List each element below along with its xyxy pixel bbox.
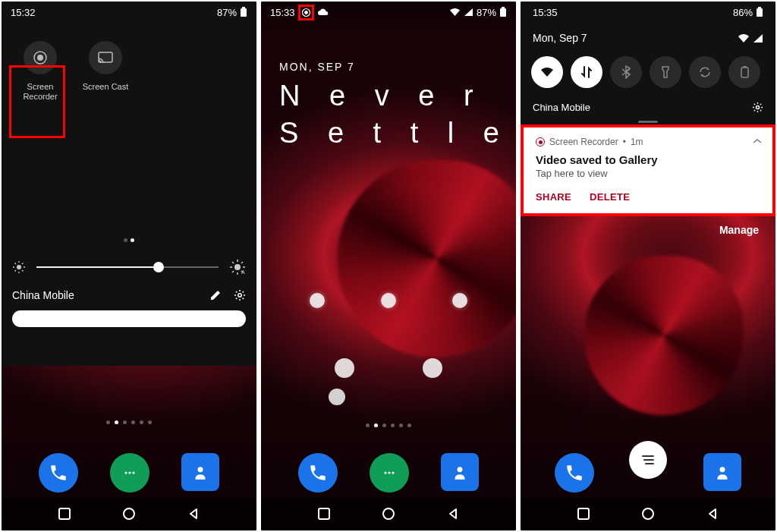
- svg-rect-41: [757, 8, 763, 17]
- manage-notifications[interactable]: Manage: [521, 216, 775, 244]
- status-time: 15:32: [11, 7, 36, 18]
- widget-dots-row2: [261, 358, 516, 378]
- chevron-up-icon[interactable]: [753, 138, 762, 144]
- home-button[interactable]: [641, 507, 655, 521]
- qs-mobile-data[interactable]: [571, 56, 602, 88]
- battery-icon: [499, 7, 507, 17]
- cast-icon: [98, 52, 113, 64]
- svg-rect-29: [59, 508, 70, 519]
- recents-button[interactable]: [317, 507, 331, 521]
- share-button[interactable]: SHARE: [536, 191, 571, 203]
- brightness-slider[interactable]: [36, 266, 219, 268]
- brightness-auto-icon[interactable]: A: [229, 259, 246, 275]
- svg-line-22: [241, 262, 243, 263]
- contacts-app-icon[interactable]: [441, 453, 479, 491]
- notif-body: Tap here to view: [524, 166, 772, 187]
- svg-point-14: [234, 264, 241, 270]
- svg-line-19: [232, 262, 234, 263]
- clock-widget[interactable]: MON, SEP 7 N e v e r S e t t l e: [279, 61, 510, 153]
- brightness-low-icon: [12, 260, 26, 274]
- tile-screen-cast[interactable]: Screen Cast: [79, 41, 132, 102]
- svg-rect-0: [241, 8, 247, 17]
- svg-rect-4: [99, 52, 112, 62]
- notif-app-icon: [536, 137, 545, 146]
- phone-app-icon[interactable]: [555, 453, 594, 493]
- qs-wifi[interactable]: [531, 56, 563, 88]
- svg-point-37: [392, 471, 394, 474]
- phone-3-notification: 15:35 86% Mon, Sep 7 China Mobile: [521, 2, 775, 530]
- notif-title: Video saved to Gallery: [524, 149, 772, 166]
- motto-line-2: S e t t l e: [279, 115, 510, 152]
- status-bar: 15:32 87%: [2, 2, 256, 23]
- battery-icon: [240, 7, 247, 17]
- svg-rect-47: [578, 508, 589, 519]
- date-text: MON, SEP 7: [279, 61, 510, 73]
- contacts-app-icon[interactable]: [181, 453, 219, 491]
- home-pager: [261, 423, 516, 427]
- phone-1-quick-settings: 15:32 87% Screen Recorder Screen Cast: [2, 2, 256, 530]
- signal-icon: [464, 8, 473, 17]
- svg-rect-33: [500, 8, 506, 17]
- notif-app-name: Screen Recorder: [549, 137, 618, 147]
- svg-rect-42: [758, 7, 761, 8]
- battery-icon: [756, 7, 763, 17]
- battery-percent: 87%: [477, 7, 496, 18]
- svg-line-21: [232, 271, 234, 272]
- back-button[interactable]: [446, 507, 460, 521]
- home-button[interactable]: [122, 507, 136, 521]
- svg-point-5: [17, 265, 21, 269]
- notif-time: 1m: [631, 137, 643, 147]
- notification-card[interactable]: Screen Recorder • 1m Video saved to Gall…: [521, 124, 775, 216]
- svg-line-12: [15, 270, 17, 272]
- home-button[interactable]: [382, 507, 395, 521]
- quick-settings-mini: [521, 49, 775, 99]
- brightness-slider-row: A: [12, 259, 246, 275]
- contacts-app-icon[interactable]: [703, 453, 741, 491]
- status-bar: 15:35 86%: [521, 2, 775, 23]
- notif-header: Screen Recorder • 1m: [524, 127, 772, 149]
- status-time: 15:35: [533, 7, 558, 18]
- nav-bar: [2, 497, 256, 530]
- notif-actions: SHARE DELETE: [524, 187, 772, 213]
- svg-point-28: [198, 467, 203, 472]
- edit-icon[interactable]: [209, 289, 222, 301]
- phone-app-icon[interactable]: [298, 453, 338, 493]
- qs-bluetooth[interactable]: [610, 56, 642, 88]
- svg-line-11: [22, 270, 24, 272]
- svg-point-46: [720, 467, 725, 472]
- svg-rect-39: [319, 508, 329, 519]
- svg-line-10: [15, 263, 17, 265]
- svg-point-3: [37, 55, 43, 61]
- qs-battery-saver[interactable]: [728, 56, 760, 88]
- all-apps-button[interactable]: [629, 441, 667, 479]
- svg-line-13: [22, 263, 24, 265]
- qs-rotate[interactable]: [689, 56, 721, 88]
- home-dock: [2, 453, 256, 493]
- recording-indicator-icon: [301, 8, 311, 17]
- lines-icon: [640, 454, 656, 466]
- gear-icon[interactable]: [234, 289, 246, 301]
- home-dock: [261, 453, 516, 493]
- recents-button[interactable]: [58, 507, 71, 521]
- qs-flashlight[interactable]: [650, 56, 681, 88]
- svg-point-48: [643, 508, 653, 519]
- phone-2-homescreen: 15:33 87% MON, SEP 7 N e v e r S e t t l…: [261, 2, 516, 530]
- messages-app-icon[interactable]: [110, 453, 149, 493]
- nav-bar: [521, 497, 775, 530]
- svg-point-40: [383, 508, 394, 519]
- search-pill[interactable]: [12, 310, 246, 327]
- home-pager: [2, 420, 256, 424]
- gear-icon[interactable]: [752, 102, 763, 113]
- messages-app-icon[interactable]: [370, 453, 409, 493]
- motto-line-1: N e v e r: [279, 77, 510, 115]
- signal-icon: [753, 33, 763, 43]
- page-indicator: [12, 238, 246, 242]
- recents-button[interactable]: [577, 507, 590, 521]
- back-button[interactable]: [187, 507, 200, 521]
- phone-app-icon[interactable]: [39, 453, 78, 493]
- notification-shade-top: 15:35 86% Mon, Sep 7 China Mobile: [521, 2, 775, 124]
- delete-button[interactable]: DELETE: [590, 191, 630, 203]
- back-button[interactable]: [706, 507, 719, 521]
- carrier-name: China Mobile: [533, 102, 590, 113]
- highlight-box: [9, 65, 65, 138]
